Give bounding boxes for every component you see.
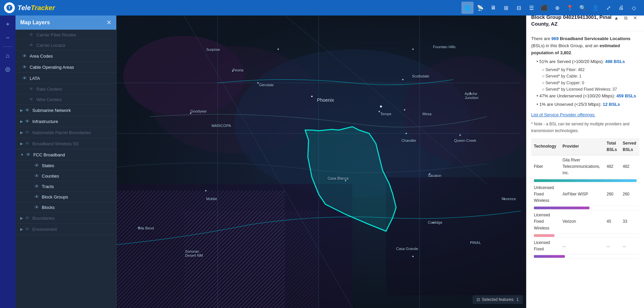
table-topbar-icon[interactable]: ⊟ xyxy=(513,2,525,14)
layer-group-fcc[interactable]: ▼ 👁 FCC Broadband xyxy=(15,149,116,160)
arrows-topbar-icon[interactable]: ⤢ xyxy=(602,2,614,14)
layer-group-boundaries[interactable]: ▶ 👁 Boundaries xyxy=(15,213,116,224)
layer-label-wire-centers: Wire Centers xyxy=(36,97,62,102)
app-logo-text: TeleTracker xyxy=(18,4,55,12)
chevron-right-icon: ▶ xyxy=(20,216,23,220)
layers-close-button[interactable]: ✕ xyxy=(106,19,111,26)
tech-unlicensed: Unlicensed Fixed Wireless xyxy=(531,183,560,206)
layer-item-carrier-fiber[interactable]: 👁 Carrier Fiber Routes xyxy=(15,30,116,40)
eye-icon: 👁 xyxy=(34,184,39,189)
layer-label-counties: Counties xyxy=(42,174,59,179)
service-provider-link[interactable]: List of Service Provider offerings: xyxy=(531,112,595,117)
layer-item-carrier-locator[interactable]: 👁 Carrier Locator xyxy=(15,40,116,51)
layer-item-lata[interactable]: 👁 LATA xyxy=(15,73,116,84)
home-button[interactable]: ⌂ xyxy=(2,50,14,62)
eye-icon: 👁 xyxy=(26,152,31,157)
provider-airfiber: AirFiber WISP xyxy=(560,183,604,206)
eye-icon: 👁 xyxy=(25,130,30,135)
eye-icon: 👁 xyxy=(25,119,30,124)
total-bsls-hidden: ... xyxy=(604,238,620,254)
globe-topbar-icon[interactable]: 🌐 xyxy=(461,2,474,14)
layer-item-cable-areas[interactable]: 👁 Cable Operating Areas xyxy=(15,62,116,73)
chevron-right-icon: ▶ xyxy=(20,130,23,135)
eye-icon: 👁 xyxy=(25,226,30,232)
pin-topbar-icon[interactable]: 📍 xyxy=(564,2,576,14)
layer-label-lata: LATA xyxy=(30,76,40,81)
svg-point-37 xyxy=(432,222,434,223)
layer-group-environment[interactable]: ▶ 👁 Environment xyxy=(15,224,116,235)
monitor-topbar-icon[interactable]: 🖥 xyxy=(487,2,499,14)
left-sidebar-nav: + − ⌂ ◎ xyxy=(0,16,15,308)
served-bsls-hidden: ... xyxy=(620,238,639,254)
map-topbar-icon[interactable]: ⊕ xyxy=(551,2,563,14)
layer-group-submarine[interactable]: ▶ 👁 Submarine Network xyxy=(15,105,116,116)
total-bsls-260: 260 xyxy=(604,183,620,206)
print-topbar-icon[interactable]: 🖨 xyxy=(615,2,627,14)
selected-label: Selected features: xyxy=(482,297,515,302)
layer-item-rate-centers[interactable]: 👁 Rate Centers xyxy=(15,84,116,94)
svg-point-35 xyxy=(205,190,206,191)
served-stat: • 51% are Served (>100/20 Mbps): 498 BSL… xyxy=(537,58,639,65)
diamond-topbar-icon[interactable]: ◇ xyxy=(628,2,640,14)
served-bsl: 498 BSLs xyxy=(605,59,625,64)
layer-label-environment: Environment xyxy=(32,227,57,232)
zoom-in-button[interactable]: + xyxy=(2,18,14,30)
signal-topbar-icon[interactable]: 📡 xyxy=(474,2,486,14)
layer-label-states: States xyxy=(42,163,54,168)
eye-icon: 👁 xyxy=(34,163,39,168)
col-served-bsls: Served BSLs xyxy=(620,138,639,155)
layer-item-wire-centers[interactable]: 👁 Wire Centers xyxy=(15,94,116,105)
layer-label-tracts: Tracts xyxy=(42,184,54,189)
provider-gila-river: Gila River Telecommunications, Inc. xyxy=(560,155,604,179)
list-topbar-icon[interactable]: ☰ xyxy=(525,2,538,14)
eye-icon: 👁 xyxy=(34,194,39,199)
eye-icon: 👁 xyxy=(29,42,34,48)
underserved-stat: • 47% are Underserved (<100/20 Mbps): 45… xyxy=(537,93,639,100)
layer-label-blocks: Blocks xyxy=(42,205,55,210)
layer-label-boundaries: Boundaries xyxy=(32,216,55,221)
zoom-out-button[interactable]: − xyxy=(2,32,14,44)
svg-point-38 xyxy=(138,227,140,228)
layer-item-block-groups[interactable]: 👁 Block Groups xyxy=(15,192,116,202)
layer-item-tracts[interactable]: 👁 Tracts xyxy=(15,181,116,192)
info-panel: 🔍 Zoom to Block Group 040219413001, Pina… xyxy=(526,0,644,308)
eye-icon: 👁 xyxy=(29,32,34,37)
svg-point-30 xyxy=(470,92,471,94)
layers-title: Map Layers xyxy=(20,20,50,26)
layer-group-5g[interactable]: ▶ 👁 Broadband Wireless 5G xyxy=(15,138,116,149)
layer-label-fcc: FCC Broadband xyxy=(33,152,65,157)
layer-group-parcel[interactable]: ▶ 👁 Nationwide Parcel Boundaries xyxy=(15,127,116,138)
compass-button[interactable]: ◎ xyxy=(2,63,14,75)
layer-item-states[interactable]: 👁 States xyxy=(15,160,116,171)
col-technology: Technology xyxy=(531,138,560,155)
layer-label-carrier-locator: Carrier Locator xyxy=(36,43,66,48)
search-topbar-icon[interactable]: 🔍 xyxy=(577,2,589,14)
svg-point-22 xyxy=(232,70,233,72)
svg-text:T: T xyxy=(8,6,11,10)
eye-icon: 👁 xyxy=(25,141,30,146)
layers-topbar-icon[interactable]: ⬛ xyxy=(538,2,550,14)
served-bsls-33: 33 xyxy=(620,210,639,234)
svg-rect-12 xyxy=(184,211,319,308)
eye-icon: 👁 xyxy=(22,64,27,70)
layer-group-infrastructure[interactable]: ▶ 👁 Infrastructure xyxy=(15,116,116,127)
user-topbar-icon[interactable]: 👤 xyxy=(589,2,602,14)
unserved-bsl: 12 BSLs xyxy=(603,102,620,107)
cable-sub: ○ Served* by Cable: 1 xyxy=(542,73,639,80)
layer-item-counties[interactable]: 👁 Counties xyxy=(15,171,116,181)
svg-point-21 xyxy=(412,49,414,50)
filter-topbar-icon[interactable]: ⊞ xyxy=(500,2,512,14)
table-row-bar xyxy=(531,178,639,183)
layer-item-area-codes[interactable]: 👁 Area Codes xyxy=(15,51,116,62)
tech-licensed-2: Licensed Fixed xyxy=(531,238,560,254)
cable-count: 1 xyxy=(579,74,582,79)
table-row: Unlicensed Fixed Wireless AirFiber WISP … xyxy=(531,183,639,206)
bsl-count: 969 xyxy=(551,36,559,41)
bsl-summary: There are 969 Broadband Serviceable Loca… xyxy=(531,35,639,56)
provider-hidden: ... xyxy=(560,238,604,254)
unserved-pct: 1% xyxy=(539,102,546,107)
layer-item-blocks[interactable]: 👁 Blocks xyxy=(15,202,116,213)
svg-point-24 xyxy=(402,79,404,80)
population-count: 3,802 xyxy=(560,50,571,55)
layer-label-submarine: Submarine Network xyxy=(32,108,71,113)
